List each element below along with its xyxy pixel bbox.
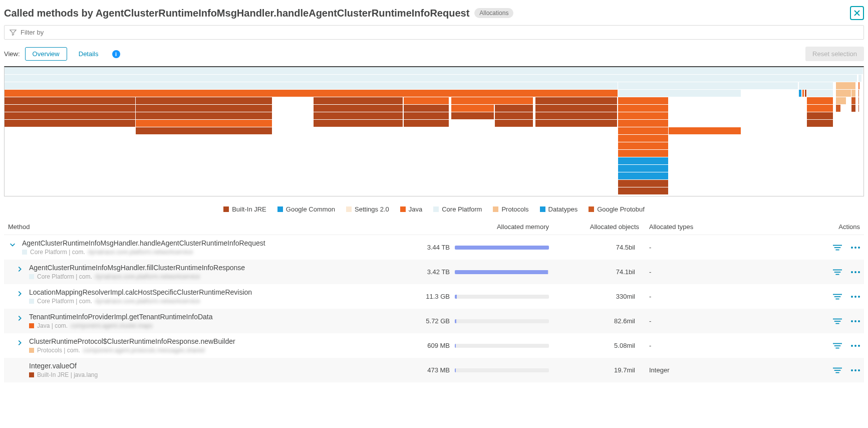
flame-segment[interactable] [858, 75, 862, 82]
flame-segment[interactable] [404, 112, 449, 119]
legend-item[interactable]: Google Common [277, 205, 335, 213]
flame-segment[interactable] [404, 105, 449, 112]
flame-segment[interactable] [851, 90, 856, 97]
flame-segment[interactable] [799, 90, 801, 97]
flame-segment[interactable] [535, 105, 618, 112]
flame-segment[interactable] [451, 112, 494, 119]
flame-segment[interactable] [858, 90, 860, 97]
flame-segment[interactable] [495, 120, 533, 127]
filter-input[interactable] [21, 29, 858, 36]
flame-segment[interactable] [136, 97, 272, 104]
flame-segment[interactable] [858, 97, 860, 104]
table-row[interactable]: Integer.valueOfBuilt-In JRE | java.lang4… [4, 358, 864, 382]
close-button[interactable] [850, 6, 864, 20]
flame-segment[interactable] [451, 97, 534, 104]
filter-bar[interactable] [4, 25, 864, 40]
flame-segment[interactable] [618, 97, 669, 104]
flame-segment[interactable] [618, 172, 669, 179]
legend-item[interactable]: Core Platform [433, 205, 482, 213]
flame-segment[interactable] [618, 157, 669, 164]
flame-segment[interactable] [314, 120, 403, 127]
flame-segment[interactable] [618, 90, 742, 97]
tab-overview[interactable]: Overview [25, 47, 67, 61]
flame-graph[interactable] [4, 66, 864, 196]
more-actions-icon[interactable] [851, 293, 860, 300]
flame-segment[interactable] [5, 90, 618, 97]
flame-segment[interactable] [5, 97, 136, 104]
filter-action-icon[interactable] [833, 244, 842, 251]
legend-item[interactable]: Built-In JRE [223, 205, 266, 213]
legend-item[interactable]: Settings 2.0 [346, 205, 389, 213]
flame-segment[interactable] [858, 82, 860, 89]
flame-segment[interactable] [5, 67, 863, 74]
chevron-right-icon[interactable] [15, 289, 24, 298]
filter-action-icon[interactable] [833, 367, 842, 374]
table-row[interactable]: ClusterRuntimeProtocol$ClusterRuntimeInf… [4, 333, 864, 358]
flame-segment[interactable] [618, 165, 669, 172]
flame-segment[interactable] [136, 120, 272, 127]
flame-segment[interactable] [799, 82, 833, 89]
flame-segment[interactable] [618, 112, 669, 119]
filter-action-icon[interactable] [833, 269, 842, 276]
flame-segment[interactable] [807, 112, 833, 119]
chevron-right-icon[interactable] [15, 314, 24, 323]
flame-segment[interactable] [136, 105, 272, 112]
flame-segment[interactable] [858, 105, 860, 112]
more-actions-icon[interactable] [851, 269, 860, 276]
flame-segment[interactable] [136, 127, 272, 134]
legend-item[interactable]: Datatypes [540, 205, 578, 213]
reset-selection-button[interactable]: Reset selection [805, 47, 864, 61]
table-row[interactable]: AgentClusterRuntimeInfoMsgHandler.fillCl… [4, 260, 864, 284]
flame-segment[interactable] [5, 120, 136, 127]
flame-segment[interactable] [669, 127, 742, 134]
legend-item[interactable]: Protocols [493, 205, 528, 213]
chevron-down-icon[interactable] [8, 240, 17, 249]
more-actions-icon[interactable] [851, 318, 860, 325]
flame-segment[interactable] [836, 97, 846, 104]
flame-segment[interactable] [618, 120, 669, 127]
filter-action-icon[interactable] [833, 342, 842, 349]
flame-segment[interactable] [836, 90, 851, 97]
flame-segment[interactable] [836, 105, 841, 112]
flame-segment[interactable] [836, 82, 855, 89]
flame-segment[interactable] [807, 105, 833, 112]
tab-details[interactable]: Details [71, 47, 106, 61]
flame-segment[interactable] [807, 120, 833, 127]
flame-segment[interactable] [5, 112, 136, 119]
more-actions-icon[interactable] [851, 342, 860, 349]
table-row[interactable]: AgentClusterRuntimeInfoMsgHandler.handle… [4, 235, 864, 260]
legend-item[interactable]: Google Protobuf [589, 205, 645, 213]
more-actions-icon[interactable] [851, 244, 860, 251]
flame-segment[interactable] [404, 97, 449, 104]
flame-segment[interactable] [5, 105, 136, 112]
flame-segment[interactable] [5, 75, 857, 82]
flame-segment[interactable] [618, 127, 669, 134]
flame-segment[interactable] [618, 150, 669, 157]
flame-segment[interactable] [618, 180, 669, 187]
info-icon[interactable]: i [112, 50, 120, 58]
chevron-right-icon[interactable] [15, 338, 24, 347]
flame-segment[interactable] [535, 120, 618, 127]
flame-segment[interactable] [495, 112, 533, 119]
legend-item[interactable]: Java [400, 205, 422, 213]
flame-segment[interactable] [802, 90, 804, 97]
flame-segment[interactable] [314, 112, 403, 119]
flame-segment[interactable] [618, 82, 798, 89]
flame-segment[interactable] [618, 105, 669, 112]
flame-segment[interactable] [851, 105, 856, 112]
flame-segment[interactable] [807, 97, 833, 104]
table-row[interactable]: LocationMappingResolverImpl.calcHostSpec… [4, 284, 864, 309]
filter-action-icon[interactable] [833, 318, 842, 325]
flame-segment[interactable] [136, 112, 272, 119]
flame-segment[interactable] [5, 82, 618, 89]
more-actions-icon[interactable] [851, 367, 860, 374]
flame-segment[interactable] [404, 120, 449, 127]
flame-segment[interactable] [618, 187, 669, 194]
flame-segment[interactable] [495, 105, 533, 112]
table-row[interactable]: TenantRuntimeInfoProviderImpl.getTenantR… [4, 309, 864, 333]
flame-segment[interactable] [618, 142, 669, 149]
flame-segment[interactable] [851, 97, 856, 104]
flame-segment[interactable] [451, 105, 494, 112]
flame-segment[interactable] [618, 135, 669, 142]
flame-segment[interactable] [535, 97, 618, 104]
